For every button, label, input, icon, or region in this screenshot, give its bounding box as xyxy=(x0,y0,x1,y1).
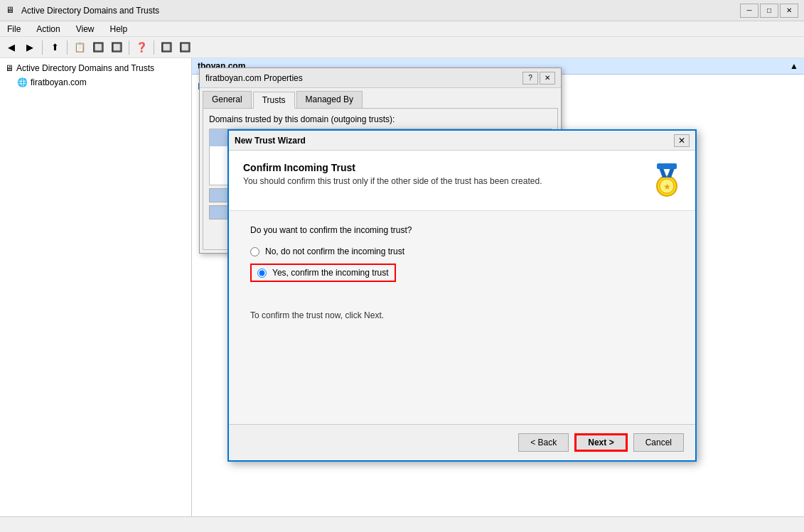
wizard-question: Do you want to confirm the incoming trus… xyxy=(250,225,674,235)
tree-child-label: firatboyan.com xyxy=(31,77,87,87)
radio-option-yes: Yes, confirm the incoming trust xyxy=(250,264,396,282)
toolbar-separator-1 xyxy=(42,40,43,55)
radio-no-label: No, do not confirm the incoming trust xyxy=(265,246,404,256)
wizard-buttons: < Back Next > Cancel xyxy=(229,424,695,460)
menu-help[interactable]: Help xyxy=(106,23,132,36)
wizard-header: Confirm Incoming Trust You should confir… xyxy=(229,151,695,211)
tree-root-icon: 🖥 xyxy=(5,63,14,73)
menu-bar: File Action View Help xyxy=(0,21,804,37)
properties-close-button[interactable]: ✕ xyxy=(540,72,555,85)
menu-file[interactable]: File xyxy=(3,23,25,36)
radio-yes-label: Yes, confirm the incoming trust xyxy=(272,268,389,278)
radio-yes[interactable] xyxy=(257,268,267,278)
tree-child-icon: 🌐 xyxy=(17,77,28,87)
tree-child-item[interactable]: 🌐 firatboyan.com xyxy=(3,75,188,89)
close-button[interactable]: ✕ xyxy=(780,4,798,18)
wizard-body: Do you want to confirm the incoming trus… xyxy=(229,211,695,424)
toolbar-btn-4[interactable]: 🔲 xyxy=(90,39,107,56)
tab-general[interactable]: General xyxy=(203,91,252,108)
help-toolbar-button[interactable]: ❓ xyxy=(133,39,150,56)
properties-dialog-titlebar: firatboyan.com Properties ? ✕ xyxy=(200,68,561,88)
wizard-medal-icon: ★ xyxy=(647,162,681,202)
wizard-header-description: You should confirm this trust only if th… xyxy=(243,176,542,186)
toolbar-btn-5[interactable]: 🔲 xyxy=(108,39,125,56)
toolbar-separator-3 xyxy=(129,40,129,55)
svg-rect-5 xyxy=(657,163,677,169)
back-button[interactable]: < Back xyxy=(518,433,569,452)
forward-button[interactable]: ▶ xyxy=(21,39,38,56)
properties-tabs: General Trusts Managed By xyxy=(200,88,561,108)
toolbar-btn-3[interactable]: 📋 xyxy=(71,39,88,56)
menu-action[interactable]: Action xyxy=(32,23,64,36)
properties-help-button[interactable]: ? xyxy=(522,72,538,85)
wizard-footer-text: To confirm the trust now, click Next. xyxy=(250,310,674,320)
toolbar: ◀ ▶ ⬆ 📋 🔲 🔲 ❓ 🔲 🔲 xyxy=(0,37,804,58)
window-title: Active Directory Domains and Trusts xyxy=(21,6,159,16)
wizard-title-bar: New Trust Wizard ✕ xyxy=(229,131,695,151)
tree-root-label: Active Directory Domains and Trusts xyxy=(16,63,154,73)
toolbar-separator-2 xyxy=(67,40,68,55)
maximize-button[interactable]: □ xyxy=(760,4,778,18)
title-bar: 🖥 Active Directory Domains and Trusts ─ … xyxy=(0,0,804,21)
menu-view[interactable]: View xyxy=(72,23,99,36)
properties-dialog-title: firatboyan.com Properties xyxy=(205,73,303,83)
tab-managed-by[interactable]: Managed By xyxy=(296,91,363,108)
tree-root-item[interactable]: 🖥 Active Directory Domains and Trusts xyxy=(3,61,188,75)
toolbar-btn-7[interactable]: 🔲 xyxy=(176,39,193,56)
minimize-button[interactable]: ─ xyxy=(740,4,759,18)
back-button[interactable]: ◀ xyxy=(3,39,20,56)
wizard-header-text: Confirm Incoming Trust You should confir… xyxy=(243,162,542,186)
cancel-button[interactable]: Cancel xyxy=(633,433,684,452)
left-panel: 🖥 Active Directory Domains and Trusts 🌐 … xyxy=(0,58,192,516)
toolbar-btn-6[interactable]: 🔲 xyxy=(158,39,175,56)
wizard-header-title: Confirm Incoming Trust xyxy=(243,162,542,173)
up-button[interactable]: ⬆ xyxy=(46,39,63,56)
app-icon: 🖥 xyxy=(6,5,17,16)
new-trust-wizard: New Trust Wizard ✕ Confirm Incoming Trus… xyxy=(227,129,697,462)
status-bar xyxy=(0,516,804,532)
scroll-up-icon[interactable]: ▲ xyxy=(790,61,798,71)
radio-option-no: No, do not confirm the incoming trust xyxy=(250,246,674,256)
toolbar-separator-4 xyxy=(154,40,154,55)
next-button[interactable]: Next > xyxy=(574,433,627,452)
outgoing-trusts-label: Domains trusted by this domain (outgoing… xyxy=(209,114,552,124)
tab-trusts[interactable]: Trusts xyxy=(253,92,295,109)
wizard-title: New Trust Wizard xyxy=(235,136,306,146)
svg-text:★: ★ xyxy=(663,182,671,192)
radio-no[interactable] xyxy=(250,247,259,256)
wizard-close-button[interactable]: ✕ xyxy=(674,134,690,147)
